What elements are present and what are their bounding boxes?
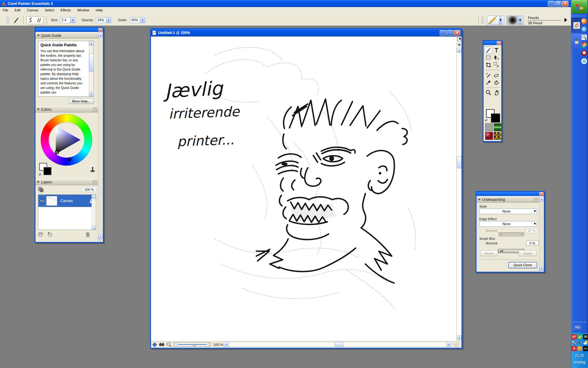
qg-scroll-up[interactable]: ▲ (89, 41, 94, 46)
layerlist-scroll-up[interactable]: ▲ (92, 195, 96, 199)
grain-value[interactable]: 60% (130, 17, 140, 23)
toolbox-color-swatches[interactable]: ⇄ (486, 109, 501, 123)
document-titlebar[interactable]: Untitled-1 @ 100% _ □ ✕ (151, 29, 462, 36)
underpainting-collapse-icon[interactable] (478, 199, 481, 201)
page-rotate-icon[interactable] (457, 37, 461, 41)
navigator-icon[interactable] (159, 342, 164, 347)
colors-collapse-icon[interactable] (37, 109, 40, 110)
layer-opacity-value[interactable]: 100 % (82, 187, 96, 192)
brushbar-drag-handle[interactable] (481, 17, 484, 24)
brush-tool-button[interactable] (484, 47, 492, 54)
underpainting-close-button[interactable]: ✕ (539, 192, 544, 196)
toolbox-titlebar[interactable]: ✕ (484, 41, 501, 45)
task-button-painter-doc[interactable] (571, 34, 582, 49)
brush-category-arrow[interactable]: ▼ (499, 16, 502, 25)
app-titlebar[interactable]: Corel Painter Essentials 3 _ ❐ ✕ (0, 0, 571, 7)
grabber-tool-button[interactable] (492, 89, 500, 96)
palettes-resize-grip[interactable] (97, 238, 102, 241)
layers-collapse-icon[interactable] (37, 181, 40, 183)
restore-button[interactable]: ❐ (555, 1, 561, 6)
edge-effect-dropdown-arrow[interactable]: ▼ (533, 221, 537, 226)
text-tool-button[interactable] (492, 47, 500, 54)
qg-scroll-thumb[interactable] (89, 53, 94, 72)
quick-clone-button[interactable]: Quick Clone (508, 262, 537, 268)
doc-vscroll-track[interactable] (457, 53, 462, 335)
opacity-value[interactable]: 33% (96, 17, 106, 23)
doc-maximize-button[interactable]: □ (447, 30, 453, 36)
style-dropdown-arrow[interactable]: ▼ (533, 209, 537, 214)
zoom-slider[interactable] (174, 343, 210, 347)
paper-selector[interactable] (485, 123, 493, 131)
edge-effect-dropdown[interactable]: None ▼ (479, 221, 537, 227)
media-player-icon[interactable] (581, 42, 587, 48)
delete-layer-icon[interactable] (85, 232, 90, 237)
reset-button[interactable]: Reset (480, 250, 498, 256)
paper-color-icon[interactable] (152, 342, 157, 347)
doc-scroll-left[interactable]: ◄ (224, 342, 228, 347)
firefox-icon[interactable] (581, 18, 587, 24)
layers-header[interactable]: Layers ✕ (36, 179, 98, 185)
doc-scroll-right[interactable]: ► (446, 342, 451, 347)
quicktime-icon[interactable] (581, 58, 587, 64)
underpainting-resize-grip[interactable] (538, 269, 543, 271)
color-swatches[interactable]: ⇄ (39, 163, 53, 177)
zoom-tool-button[interactable] (484, 89, 492, 96)
menu-effects[interactable]: Effects (58, 7, 74, 13)
swap-colors-icon[interactable]: ⇄ (39, 173, 41, 176)
doc-scroll-down[interactable]: ▼ (457, 335, 462, 340)
color-wheel[interactable] (41, 114, 92, 166)
messenger-tray-icon[interactable] (577, 346, 582, 351)
quick-guide-scrollbar[interactable]: ▲ ▼ (89, 41, 93, 96)
brush-category-selector[interactable]: ▼ (487, 16, 504, 25)
gradient-selector[interactable] (494, 123, 502, 131)
weather-tray-icon[interactable] (583, 340, 588, 345)
menu-edit[interactable]: Edit (12, 7, 23, 13)
rect-select-tool-button[interactable] (484, 54, 492, 61)
toolbox-background-color[interactable] (491, 113, 500, 123)
underpainting-scroll-up[interactable]: ▲ (539, 197, 544, 201)
sv-triangle[interactable] (49, 122, 84, 158)
clone-color-icon[interactable] (89, 167, 96, 173)
menu-help[interactable]: Help (93, 7, 106, 13)
opera-icon[interactable] (581, 50, 587, 56)
background-color[interactable] (43, 167, 51, 175)
crop-tool-button[interactable] (484, 61, 492, 69)
volume-tray-icon[interactable] (577, 340, 582, 345)
underpainting-close-icon[interactable]: ✕ (534, 198, 538, 201)
opacity-dropdown-arrow[interactable]: ▼ (106, 17, 111, 23)
menu-canvas[interactable]: Canvas (24, 7, 41, 13)
new-layer-group-icon[interactable] (47, 232, 53, 237)
quick-guide-header[interactable]: Quick Guide ✕ (36, 33, 103, 39)
size-value[interactable]: 2.4 (60, 17, 70, 23)
zoom-slider-thumb[interactable] (193, 343, 196, 346)
antivirus-tray-icon[interactable] (577, 334, 582, 339)
palettes-scroll-up[interactable]: ▲ (98, 33, 103, 37)
palettes-scrollbar[interactable]: ▲ ▼ (98, 33, 103, 239)
menu-window[interactable]: Window (74, 7, 92, 13)
qg-scroll-down[interactable]: ▼ (89, 92, 94, 96)
guru-tray-icon[interactable] (583, 346, 588, 351)
layer-row-canvas[interactable]: Canvas (38, 195, 96, 207)
start-button[interactable] (571, 0, 587, 13)
new-layer-icon[interactable]: ! (38, 232, 44, 237)
doc-close-button[interactable]: ✕ (454, 30, 460, 36)
draw-freehand-button[interactable] (27, 17, 35, 24)
layer-adjuster-tool-button[interactable] (492, 54, 500, 61)
underpainting-scrollbar[interactable]: ▲ ▼ (539, 197, 544, 270)
canvas-area[interactable]: Jævlig irriterende printer... (151, 36, 456, 341)
grain-dropdown-arrow[interactable]: ▼ (140, 17, 145, 23)
doc-minimize-button[interactable]: _ (440, 30, 446, 36)
doc-resize-grip[interactable] (454, 343, 458, 347)
layer-list-scrollbar[interactable]: ▲ ▼ (92, 195, 96, 230)
dropper-tool-button[interactable] (484, 79, 492, 86)
brush-variant-selector[interactable]: ▼ (507, 16, 524, 25)
eraser-tool-button[interactable] (492, 71, 500, 79)
hue-marker[interactable] (68, 158, 71, 161)
selection-adjuster-tool-button[interactable] (492, 61, 500, 69)
brush-name-block[interactable]: Pencils 2B Pencil (527, 16, 561, 25)
toolbox-close-button[interactable]: ✕ (497, 41, 501, 45)
layers-close-icon[interactable]: ✕ (93, 180, 97, 184)
internet-explorer-icon[interactable] (581, 26, 587, 32)
weave-selector[interactable] (494, 132, 502, 140)
layerlist-scroll-down[interactable]: ▼ (92, 226, 96, 230)
